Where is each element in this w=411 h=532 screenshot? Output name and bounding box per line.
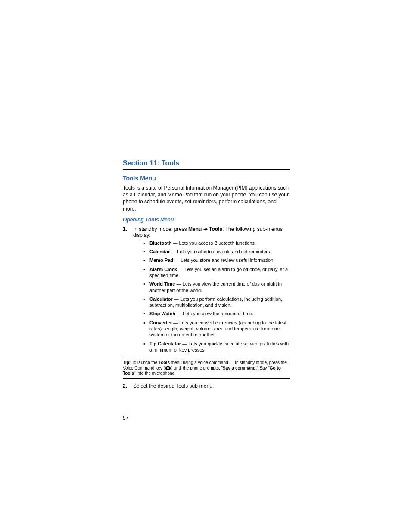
tools-menu-heading: Tools Menu: [123, 175, 290, 182]
bullet-icon: •: [143, 249, 149, 255]
menu-label-bold: Menu: [188, 226, 202, 232]
list-item-text: Alarm Clock — Lets you set an alarm to g…: [149, 266, 290, 279]
list-item: • World Time — Lets you view the current…: [143, 281, 290, 293]
page-number: 57: [123, 415, 128, 421]
list-item-desc: — Lets you access Bluetooth functions.: [171, 240, 256, 246]
list-item-text: Bluetooth — Lets you access Bluetooth fu…: [149, 240, 290, 246]
bullet-icon: •: [143, 320, 149, 338]
tip-p4: " Say ": [257, 366, 270, 370]
list-item-text: Converter — Lets you convert currencies …: [149, 320, 290, 338]
tools-label-bold: Tools: [209, 226, 222, 232]
bullet-icon: •: [143, 257, 149, 263]
list-item-desc: — Lets you schedule events and set remin…: [170, 249, 271, 254]
list-item: • Calculator — Lets you perform calculat…: [143, 296, 290, 308]
tip-block: Tip: To launch the Tools menu using a vo…: [123, 360, 290, 376]
opening-tools-steps: 1. In standby mode, press Menu ➔ Tools. …: [123, 226, 290, 355]
list-item-text: Stop Watch — Lets you view the amount of…: [149, 311, 290, 317]
list-item-desc: — Lets you view the amount of time.: [175, 311, 253, 316]
tip-p3: ) until the phone prompts, ": [171, 366, 223, 370]
bullet-icon: •: [143, 240, 149, 246]
opening-tools-steps-2: 2. Select the desired Tools sub-menu.: [123, 383, 290, 389]
tip-rule-top: [123, 358, 290, 358]
list-item-text: Tip Calculator — Lets you quickly calcul…: [149, 341, 290, 353]
list-item-term: Memo Pad: [149, 258, 173, 263]
list-item: • Memo Pad — Lets you store and review u…: [143, 257, 290, 263]
list-item-term: Calendar: [149, 249, 170, 254]
step-number: 2.: [123, 383, 133, 389]
menu-arrow: ➔: [202, 226, 209, 232]
tip-label: Tip:: [123, 360, 131, 365]
step-2: 2. Select the desired Tools sub-menu.: [123, 383, 290, 389]
list-item-term: Calculator: [149, 296, 173, 302]
list-item: • Alarm Clock — Lets you set an alarm to…: [143, 266, 290, 279]
bullet-icon: •: [143, 281, 149, 293]
tip-body: To launch the Tools menu using a voice c…: [123, 360, 287, 376]
list-item-text: Memo Pad — Lets you store and review use…: [149, 257, 290, 263]
step-1: 1. In standby mode, press Menu ➔ Tools. …: [123, 226, 290, 355]
list-item-term: Converter: [149, 320, 172, 325]
bullet-icon: •: [143, 311, 149, 317]
tip-p5: " into the microphone.: [134, 371, 176, 376]
opening-tools-heading: Opening Tools Menu: [123, 217, 290, 223]
step-2-body: Select the desired Tools sub-menu.: [133, 383, 290, 389]
list-item-text: Calculator — Lets you perform calculatio…: [149, 296, 290, 308]
section-rule: [123, 169, 290, 170]
tip-b1: Tools: [159, 360, 170, 365]
list-item: • Bluetooth — Lets you access Bluetooth …: [143, 240, 290, 246]
list-item-text: World Time — Lets you view the current t…: [149, 281, 290, 293]
list-item: • Calendar — Lets you schedule events an…: [143, 249, 290, 255]
list-item-term: World Time: [149, 281, 175, 286]
list-item: • Converter — Lets you convert currencie…: [143, 320, 290, 338]
bullet-icon: •: [143, 266, 149, 279]
list-item-desc: — Lets you store and review useful infor…: [173, 258, 274, 263]
document-page: Section 11: Tools Tools Menu Tools is a …: [0, 0, 411, 532]
voice-command-key-icon: 0: [165, 366, 171, 370]
bullet-icon: •: [143, 296, 149, 308]
tip-b2: Say a command.: [223, 366, 257, 370]
step-1-body: In standby mode, press Menu ➔ Tools. The…: [133, 226, 290, 355]
list-item-term: Stop Watch: [149, 311, 175, 316]
section-title: Section 11: Tools: [123, 159, 290, 167]
submenu-list: • Bluetooth — Lets you access Bluetooth …: [143, 240, 290, 353]
list-item-term: Tip Calculator: [149, 341, 181, 346]
list-item-text: Calendar — Lets you schedule events and …: [149, 249, 290, 255]
step-1-lead: In standby mode, press: [133, 226, 188, 232]
tools-menu-intro: Tools is a suite of Personal Information…: [123, 184, 290, 212]
step-number: 1.: [123, 226, 133, 355]
list-item: • Stop Watch — Lets you view the amount …: [143, 311, 290, 317]
list-item: • Tip Calculator — Lets you quickly calc…: [143, 341, 290, 353]
list-item-term: Bluetooth: [149, 240, 171, 246]
list-item-term: Alarm Clock: [149, 267, 177, 272]
tip-p1: To launch the: [131, 360, 159, 365]
tip-rule-bottom: [123, 378, 290, 379]
bullet-icon: •: [143, 341, 149, 353]
